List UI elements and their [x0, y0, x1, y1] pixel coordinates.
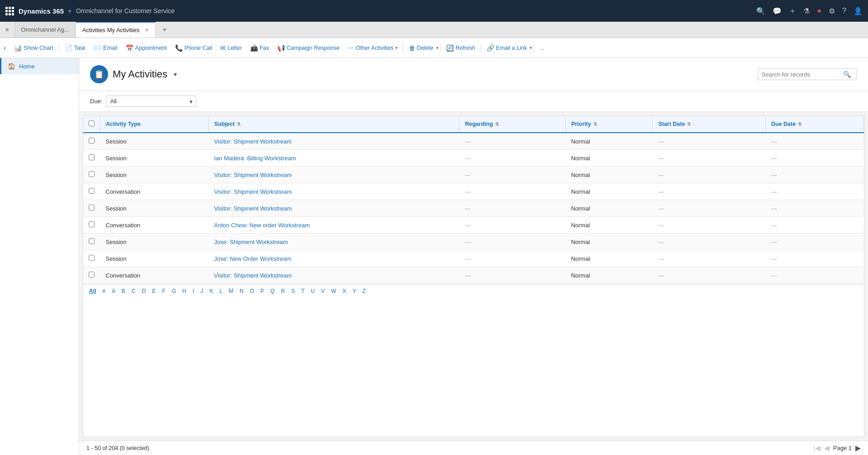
- alpha-btn-#[interactable]: #: [100, 287, 108, 295]
- row-subject-link-4[interactable]: Visitor: Shipment Workstream: [214, 205, 291, 212]
- alpha-btn-o[interactable]: O: [248, 287, 256, 295]
- filter-select[interactable]: All Today This Week This Month Overdue: [106, 96, 196, 107]
- alpha-btn-r[interactable]: R: [279, 287, 287, 295]
- email-link-button[interactable]: 🔗 Email a Link: [483, 43, 531, 53]
- user-nav-icon[interactable]: 👤: [854, 7, 863, 15]
- page-title-dropdown-icon[interactable]: ▾: [174, 71, 177, 78]
- alpha-btn-i[interactable]: I: [190, 287, 196, 295]
- alpha-btn-f[interactable]: F: [160, 287, 167, 295]
- row-subject-link-6[interactable]: Jose: Shipment Workstream: [214, 239, 288, 245]
- alpha-btn-a[interactable]: A: [109, 287, 118, 295]
- start-date-filter-icon[interactable]: ⚗: [687, 122, 691, 127]
- th-priority[interactable]: Priority ⚗: [565, 116, 652, 133]
- priority-filter-icon[interactable]: ⚗: [593, 122, 597, 127]
- tab-add-button[interactable]: ＋: [156, 22, 174, 38]
- row-subject-link-5[interactable]: Anton Chew: New order Workstream: [214, 222, 309, 229]
- alpha-btn-u[interactable]: U: [308, 287, 317, 295]
- alpha-btn-b[interactable]: B: [119, 287, 128, 295]
- alpha-btn-z[interactable]: Z: [360, 287, 368, 295]
- alpha-btn-q[interactable]: Q: [268, 287, 277, 295]
- row-checkbox-5[interactable]: [89, 221, 95, 227]
- row-subject-link-0[interactable]: Visitor: Shipment Workstream: [214, 138, 291, 145]
- app-grid-icon[interactable]: [5, 7, 14, 15]
- app-title-caret[interactable]: ▾: [68, 8, 71, 14]
- row-subject-link-7[interactable]: Jose: New Order Workstream: [214, 255, 291, 262]
- subject-filter-icon[interactable]: ⚗: [237, 122, 241, 127]
- alpha-btn-w[interactable]: W: [329, 287, 338, 295]
- email-button[interactable]: ✉️ Email: [90, 43, 121, 53]
- back-button[interactable]: ‹: [4, 44, 6, 52]
- campaign-response-label: Campaign Response: [287, 45, 340, 51]
- chat-nav-icon[interactable]: 💬: [773, 7, 782, 15]
- alpha-btn-g[interactable]: G: [170, 287, 178, 295]
- help-nav-icon[interactable]: ?: [842, 7, 846, 15]
- delete-button[interactable]: 🗑 Delete: [405, 43, 437, 53]
- campaign-response-button[interactable]: 📢 Campaign Response: [274, 43, 343, 53]
- fax-button[interactable]: 📠 Fax: [247, 43, 273, 53]
- row-subject-link-1[interactable]: Ian Madera: Billing Workstream: [214, 155, 296, 162]
- first-page-button[interactable]: |◀: [813, 444, 821, 452]
- search-nav-icon[interactable]: 🔍: [756, 7, 765, 15]
- row-checkbox-8[interactable]: [89, 272, 95, 278]
- alpha-btn-x[interactable]: X: [340, 287, 348, 295]
- th-regarding[interactable]: Regarding ⚗: [459, 116, 565, 133]
- alpha-btn-m[interactable]: M: [227, 287, 236, 295]
- th-subject[interactable]: Subject ⚗: [209, 116, 459, 133]
- alpha-btn-n[interactable]: N: [237, 287, 246, 295]
- alpha-btn-e[interactable]: E: [150, 287, 158, 295]
- alpha-btn-s[interactable]: S: [289, 287, 297, 295]
- alpha-btn-j[interactable]: J: [198, 287, 205, 295]
- th-activity-type[interactable]: Activity Type: [100, 116, 209, 133]
- email-link-dropdown-icon[interactable]: ▾: [530, 45, 532, 50]
- more-button[interactable]: ...: [536, 43, 548, 53]
- sidebar-item-home[interactable]: 🏠 Home: [0, 58, 79, 74]
- search-input[interactable]: [762, 71, 843, 78]
- add-nav-icon[interactable]: ＋: [789, 6, 796, 16]
- due-date-filter-icon[interactable]: ⚗: [797, 122, 802, 127]
- th-due-date[interactable]: Due Date ⚗: [765, 116, 863, 133]
- settings-nav-icon[interactable]: ⚙: [829, 7, 835, 15]
- alpha-btn-v[interactable]: V: [319, 287, 327, 295]
- next-page-button[interactable]: ▶: [855, 444, 861, 452]
- row-subject-link-2[interactable]: Visitor: Shipment Workstream: [214, 172, 291, 178]
- alpha-btn-p[interactable]: P: [258, 287, 266, 295]
- show-chart-button[interactable]: 📊 Show Chart: [10, 43, 57, 53]
- filter-nav-icon[interactable]: ⚗: [803, 7, 810, 15]
- row-subject-link-8[interactable]: Visitor: Shipment Workstream: [214, 272, 291, 279]
- alpha-btn-h[interactable]: H: [180, 287, 189, 295]
- delete-dropdown-icon[interactable]: ▾: [436, 45, 438, 50]
- row-checkbox-4[interactable]: [89, 205, 95, 211]
- row-checkbox-6[interactable]: [89, 238, 95, 244]
- other-activities-button[interactable]: ⋯ Other Activities ▾: [344, 43, 401, 53]
- alpha-btn-all[interactable]: All: [87, 287, 98, 295]
- alpha-btn-k[interactable]: K: [207, 287, 215, 295]
- regarding-filter-icon[interactable]: ⚗: [495, 122, 499, 127]
- row-checkbox-1[interactable]: [89, 154, 95, 160]
- table-row: Conversation Visitor: Shipment Workstrea…: [83, 267, 864, 284]
- sidebar-toggle-button[interactable]: ≡: [0, 22, 15, 38]
- alpha-btn-t[interactable]: T: [299, 287, 307, 295]
- alpha-btn-d[interactable]: D: [140, 287, 148, 295]
- start-date-sort-icon[interactable]: ↑: [693, 122, 695, 127]
- row-subject-link-3[interactable]: Visitor: Shipment Workstream: [214, 188, 291, 195]
- alpha-btn-c[interactable]: C: [129, 287, 138, 295]
- tab-activities-close[interactable]: ✕: [145, 27, 149, 33]
- alpha-btn-y[interactable]: Y: [350, 287, 358, 295]
- letter-button[interactable]: ✉ Letter: [217, 43, 246, 53]
- th-start-date[interactable]: Start Date ⚗ ↑: [653, 116, 766, 133]
- alpha-btn-l[interactable]: L: [217, 287, 225, 295]
- row-checkbox-0[interactable]: [89, 138, 95, 144]
- appointment-button[interactable]: 📅 Appointment: [122, 43, 171, 53]
- row-checkbox-7[interactable]: [89, 255, 95, 261]
- tab-omnichannel[interactable]: Omnichannel Ag...: [15, 22, 76, 38]
- select-all-checkbox[interactable]: [89, 120, 95, 126]
- prev-page-button[interactable]: ◀: [824, 444, 830, 452]
- tab-activities[interactable]: Activities My Activities ✕: [76, 22, 156, 38]
- refresh-button[interactable]: 🔄 Refresh: [442, 43, 479, 53]
- record-nav-icon[interactable]: ●: [817, 7, 821, 15]
- row-checkbox-3[interactable]: [89, 188, 95, 194]
- search-icon[interactable]: 🔍: [843, 71, 851, 78]
- row-checkbox-2[interactable]: [89, 171, 95, 177]
- task-button[interactable]: 📄 Task: [61, 43, 90, 53]
- phone-call-button[interactable]: 📞 Phone Call: [171, 43, 216, 53]
